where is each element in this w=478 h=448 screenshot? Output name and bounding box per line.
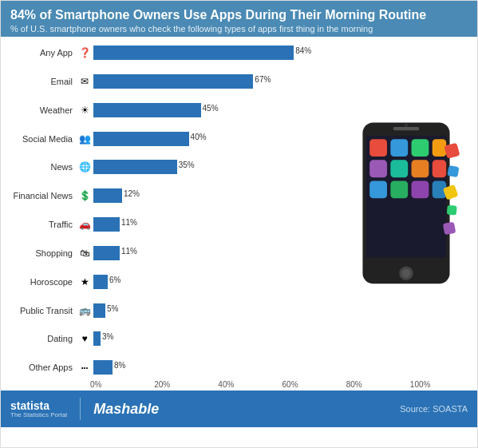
bar-label: Email [4, 77, 76, 86]
svg-rect-6 [369, 161, 387, 178]
x-axis-label: 0% [90, 380, 154, 389]
main-title: 84% of Smartphone Owners Use Apps During… [10, 7, 468, 22]
bar-row: Email✉67% [4, 70, 332, 93]
bar-row: Dating♥3% [4, 327, 332, 350]
svg-rect-5 [433, 139, 446, 157]
bar-percentage: 5% [107, 304, 118, 313]
bar-wrapper: 11% [93, 246, 332, 260]
bar-wrapper: 11% [93, 217, 332, 232]
bar-row: Shopping🛍11% [4, 242, 332, 264]
bar-fill [93, 188, 122, 203]
statista-subtitle: The Statistics Portal [10, 411, 67, 418]
footer-divider [80, 398, 81, 420]
svg-rect-16 [393, 127, 420, 130]
subtitle: % of U.S. smartphone owners who check th… [10, 24, 468, 34]
bar-wrapper: 6% [93, 275, 332, 289]
bar-percentage: 6% [109, 276, 120, 284]
bar-icon: ♥ [76, 333, 93, 344]
bar-icon: 🛍 [76, 248, 93, 259]
bar-row: Other Apps•••8% [4, 356, 332, 379]
bar-icon: ★ [76, 276, 93, 287]
x-axis-label: 80% [346, 380, 410, 389]
bar-row: Weather☀45% [4, 99, 332, 121]
bar-label: Social Media [4, 134, 76, 144]
svg-rect-7 [390, 161, 408, 178]
bar-row: Traffic🚗11% [4, 213, 332, 236]
bar-fill [93, 275, 108, 289]
mashable-logo: Mashable [93, 401, 159, 418]
svg-rect-2 [369, 139, 387, 157]
bar-fill [93, 246, 120, 260]
bar-wrapper: 40% [93, 132, 332, 146]
bar-label: News [4, 162, 76, 172]
x-axis-label: 100% [410, 380, 474, 389]
bar-percentage: 11% [121, 218, 137, 227]
bar-percentage: 84% [295, 46, 311, 55]
bar-fill [93, 331, 101, 346]
x-axis-label: 40% [218, 380, 282, 389]
bar-label: Traffic [4, 220, 76, 229]
bar-fill [93, 360, 113, 375]
header: 84% of Smartphone Owners Use Apps During… [1, 1, 477, 37]
bar-wrapper: 12% [93, 188, 332, 203]
bar-row: Horoscope★6% [4, 271, 332, 293]
chart-area: Any App❓84%Email✉67%Weather☀45%Social Me… [1, 37, 477, 380]
bar-row: Financial News💲12% [4, 184, 332, 207]
bar-percentage: 12% [124, 189, 140, 198]
bar-wrapper: 5% [93, 303, 332, 318]
bar-icon: 🚗 [76, 219, 93, 230]
bar-wrapper: 8% [93, 360, 332, 375]
bar-fill [93, 217, 120, 232]
bar-label: Financial News [4, 191, 76, 200]
bar-fill [93, 74, 253, 89]
bar-icon: ••• [76, 364, 93, 371]
bar-wrapper: 35% [93, 160, 332, 174]
bar-fill [93, 160, 177, 174]
bar-wrapper: 45% [93, 103, 332, 117]
infographic-container: 84% of Smartphone Owners Use Apps During… [0, 0, 478, 448]
bar-label: Other Apps [4, 363, 76, 372]
bar-wrapper: 3% [93, 331, 332, 346]
bar-label: Public Transit [4, 306, 76, 315]
bar-percentage: 8% [114, 361, 125, 370]
svg-rect-9 [433, 161, 446, 178]
svg-rect-12 [412, 181, 429, 199]
bar-chart: Any App❓84%Email✉67%Weather☀45%Social Me… [4, 42, 338, 379]
svg-rect-22 [443, 222, 456, 235]
bar-fill [93, 303, 105, 318]
statista-logo: statista The Statistics Portal [10, 400, 67, 418]
bar-fill [93, 46, 294, 60]
x-axis-label: 20% [154, 380, 218, 389]
source-text: Source: SOASTA [400, 404, 468, 414]
bar-icon: ✉ [76, 76, 93, 87]
bar-percentage: 40% [191, 133, 207, 141]
bar-label: Shopping [4, 248, 76, 258]
bar-label: Dating [4, 334, 76, 343]
bar-wrapper: 84% [93, 46, 332, 60]
bar-percentage: 3% [102, 332, 113, 341]
bar-percentage: 67% [255, 75, 271, 84]
bar-percentage: 45% [203, 104, 219, 113]
bar-label: Weather [4, 105, 76, 115]
bar-label: Horoscope [4, 277, 76, 287]
bar-icon: 🚌 [76, 305, 93, 316]
bar-fill [93, 132, 189, 146]
footer-left: statista The Statistics Portal Mashable [10, 398, 159, 420]
bar-row: News🌐35% [4, 156, 332, 178]
bar-percentage: 35% [179, 161, 195, 169]
bar-percentage: 11% [121, 247, 137, 256]
svg-rect-11 [390, 181, 408, 199]
bar-icon: 🌐 [76, 161, 93, 172]
x-axis-label: 60% [282, 380, 346, 389]
bar-icon: 👥 [76, 133, 93, 145]
bar-row: Social Media👥40% [4, 128, 332, 150]
svg-rect-8 [412, 161, 429, 178]
bar-wrapper: 67% [93, 74, 332, 89]
phone-image [338, 50, 474, 379]
svg-point-17 [405, 124, 408, 127]
svg-rect-10 [369, 181, 387, 199]
svg-rect-4 [412, 139, 429, 157]
bar-row: Any App❓84% [4, 42, 332, 64]
svg-rect-19 [447, 165, 459, 177]
bar-icon: ❓ [76, 47, 93, 58]
